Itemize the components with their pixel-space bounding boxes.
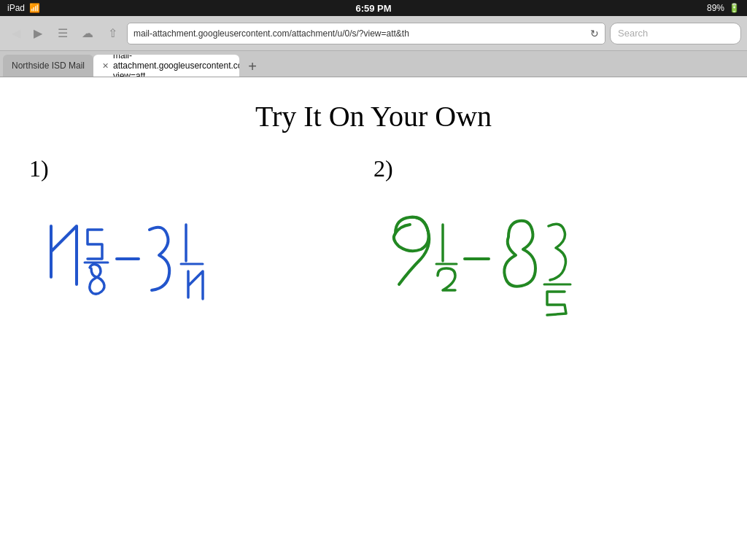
problems-area: 1) (29, 155, 718, 321)
status-bar: iPad 📶 6:59 PM 89% 🔋 (0, 0, 747, 16)
bookmarks-button[interactable]: ☰ (53, 23, 73, 44)
problem-2-expression (374, 190, 680, 321)
browser-toolbar: ◀ ▶ ☰ ☁ ⇧ mail-attachment.googleusercont… (0, 16, 747, 51)
time-display: 6:59 PM (355, 3, 391, 14)
tab-label: Northside ISD Mail (12, 61, 85, 71)
forward-button[interactable]: ▶ (28, 23, 48, 44)
status-left: iPad 📶 (7, 3, 40, 13)
problem-1-number: 1) (29, 155, 374, 182)
status-right: 89% 🔋 (707, 3, 740, 13)
search-placeholder: Search (618, 28, 648, 39)
page-title: Try It On Your Own (255, 99, 492, 133)
address-bar[interactable]: mail-attachment.googleusercontent.com/at… (127, 23, 605, 44)
device-label: iPad (7, 3, 25, 13)
tab-attachment[interactable]: ✕ mail-attachment.googleusercontent.com/… (93, 55, 239, 77)
problem-2-number: 2) (374, 155, 718, 182)
search-bar[interactable]: Search (610, 23, 741, 44)
battery-icon: 🔋 (729, 3, 740, 13)
problem-2: 2) (374, 155, 718, 321)
problem-1-expression (29, 190, 336, 321)
tab-bar: Northside ISD Mail ✕ mail-attachment.goo… (0, 51, 747, 77)
tab-label: mail-attachment.googleusercontent.com/at… (113, 55, 239, 77)
new-tab-button[interactable]: + (242, 56, 263, 77)
cloud-button[interactable]: ☁ (77, 23, 98, 44)
reload-button[interactable]: ↻ (590, 28, 599, 39)
back-button[interactable]: ◀ (6, 23, 26, 44)
url-text: mail-attachment.googleusercontent.com/at… (133, 28, 587, 39)
page-content: Try It On Your Own 1) (0, 77, 747, 560)
wifi-icon: 📶 (29, 3, 40, 13)
battery-level: 89% (707, 3, 724, 13)
nav-buttons: ◀ ▶ (6, 23, 48, 44)
share-button[interactable]: ⇧ (102, 23, 123, 44)
tab-close-icon[interactable]: ✕ (102, 61, 109, 71)
problem-1: 1) (29, 155, 374, 321)
tab-northside-mail[interactable]: Northside ISD Mail (3, 55, 93, 77)
